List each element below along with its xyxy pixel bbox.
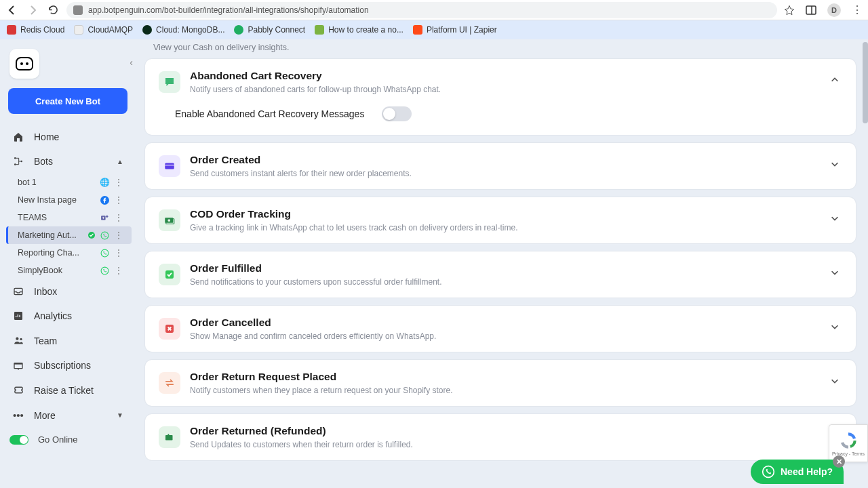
panel-icon[interactable]: [806, 5, 816, 16]
bookmark-item[interactable]: Pabbly Connect: [234, 25, 305, 35]
bookmark-item[interactable]: Platform UI | Zapier: [413, 25, 497, 35]
card-order-cancelled[interactable]: Order Cancelled Show Manage and confirm …: [145, 306, 856, 352]
svg-rect-19: [165, 165, 174, 166]
create-bot-button[interactable]: Create New Bot: [8, 88, 127, 114]
card-return-request[interactable]: Order Return Request Placed Notify custo…: [145, 360, 856, 406]
svg-point-2: [14, 157, 16, 159]
whatsapp-icon: [100, 248, 109, 258]
svg-point-11: [101, 267, 108, 274]
reload-button[interactable]: [46, 3, 60, 17]
enable-switch[interactable]: [382, 106, 412, 121]
kebab-menu-icon[interactable]: ⋮: [852, 5, 863, 16]
logo[interactable]: [9, 49, 39, 79]
card-order-created[interactable]: Order Created Send customers instant ale…: [145, 143, 856, 189]
svg-point-10: [101, 249, 108, 257]
team-icon: [12, 335, 24, 346]
verified-icon: [87, 230, 96, 240]
bot-item[interactable]: Reporting Cha... ⋮: [8, 244, 132, 262]
close-icon[interactable]: ✕: [833, 455, 845, 468]
chevron-down-icon[interactable]: [827, 154, 842, 174]
more-icon: •••: [12, 409, 24, 421]
card-order-fulfilled[interactable]: Order Fulfilled Send notifications to yo…: [145, 251, 856, 298]
teams-icon: [100, 213, 109, 222]
chevron-up-icon[interactable]: [827, 70, 842, 90]
check-icon: [159, 264, 180, 285]
svg-point-3: [14, 163, 16, 165]
return-icon: [159, 426, 180, 448]
cross-icon: [159, 318, 180, 340]
bookmark-star-icon[interactable]: [784, 5, 795, 16]
swap-icon: [159, 372, 180, 394]
chevron-down-icon: ▼: [117, 411, 123, 419]
help-button[interactable]: ✕ Need Help?: [751, 460, 844, 484]
online-switch[interactable]: [9, 435, 28, 445]
bot-menu-icon[interactable]: ⋮: [113, 177, 125, 188]
svg-point-26: [763, 466, 774, 478]
whatsapp-icon: [100, 230, 109, 240]
card-desc: Notify customers when they place a retur…: [190, 386, 818, 395]
bots-icon: [12, 156, 24, 167]
card-desc: Notify users of abandoned carts for foll…: [190, 85, 818, 94]
card-title: Order Cancelled: [190, 317, 818, 329]
bot-item[interactable]: New Insta page ⋮: [8, 191, 132, 209]
chevron-down-icon[interactable]: [827, 208, 842, 228]
chevron-down-icon[interactable]: [827, 317, 842, 337]
back-button[interactable]: [5, 3, 19, 17]
chevron-down-icon[interactable]: [827, 371, 842, 391]
ticket-icon: [12, 384, 24, 396]
globe-icon: 🌐: [100, 178, 109, 187]
chevron-up-icon: ▲: [117, 158, 123, 165]
nav-analytics[interactable]: Analytics: [0, 304, 136, 328]
bot-menu-icon[interactable]: ⋮: [113, 212, 125, 223]
credit-card-icon: [159, 155, 180, 177]
profile-avatar[interactable]: D: [827, 3, 841, 17]
svg-point-14: [16, 338, 18, 340]
nav-home[interactable]: Home: [0, 125, 136, 149]
scrollbar-thumb[interactable]: [863, 42, 868, 123]
browser-toolbar: app.botpenguin.com/bot-builder/integrati…: [0, 0, 868, 20]
card-title: Order Return Request Placed: [190, 371, 818, 383]
bot-item[interactable]: TEAMS ⋮: [8, 209, 132, 226]
analytics-icon: [12, 310, 24, 321]
svg-point-15: [20, 338, 22, 340]
bot-menu-icon[interactable]: ⋮: [113, 230, 125, 241]
bookmark-item[interactable]: How to create a no...: [315, 25, 403, 35]
forward-button[interactable]: [26, 3, 39, 17]
bot-item[interactable]: SimplyBook ⋮: [8, 262, 132, 279]
bookmark-item[interactable]: Cloud: MongoDB...: [142, 25, 224, 35]
address-bar[interactable]: app.botpenguin.com/bot-builder/integrati…: [66, 2, 777, 18]
card-cod-tracking[interactable]: COD Order Tracking Give a tracking link …: [145, 197, 856, 243]
svg-point-21: [167, 219, 170, 222]
svg-rect-0: [806, 6, 816, 14]
nav-ticket[interactable]: Raise a Ticket: [0, 378, 136, 403]
go-online-toggle[interactable]: Go Online: [0, 428, 136, 451]
card-title: COD Order Tracking: [190, 208, 818, 220]
inbox-icon: [12, 286, 24, 297]
nav-team[interactable]: Team: [0, 328, 136, 353]
site-settings-icon[interactable]: [73, 5, 83, 15]
bookmark-item[interactable]: Redis Cloud: [7, 25, 64, 35]
bookmark-item[interactable]: CloudAMQP: [74, 25, 133, 35]
bot-menu-icon[interactable]: ⋮: [113, 247, 125, 258]
cash-icon: [159, 209, 180, 231]
bot-menu-icon[interactable]: ⋮: [113, 265, 125, 276]
cod-insight-text: View your Cash on delivery insights.: [153, 43, 856, 52]
chevron-down-icon[interactable]: [827, 262, 842, 283]
nav-bots[interactable]: Bots ▲: [0, 149, 136, 174]
bot-item-active[interactable]: Marketing Aut... ⋮: [6, 226, 132, 244]
card-title: Order Created: [190, 154, 818, 166]
nav-inbox[interactable]: Inbox: [0, 279, 136, 304]
nav-more[interactable]: ••• More ▼: [0, 403, 136, 428]
collapse-sidebar-icon[interactable]: ‹: [130, 57, 133, 68]
bot-list: bot 1 🌐⋮ New Insta page ⋮ TEAMS ⋮ Market…: [8, 174, 136, 279]
nav-subscriptions[interactable]: Subscriptions: [0, 353, 136, 378]
subscriptions-icon: [12, 360, 24, 371]
bookmarks-bar: Redis Cloud CloudAMQP Cloud: MongoDB... …: [0, 20, 868, 39]
bot-item[interactable]: bot 1 🌐⋮: [8, 174, 132, 191]
card-desc: Show Manage and confirm canceled orders …: [190, 331, 818, 341]
card-title: Order Fulfilled: [190, 262, 818, 274]
bot-menu-icon[interactable]: ⋮: [113, 195, 125, 205]
card-order-returned[interactable]: Order Returned (Refunded) Send Updates t…: [145, 414, 856, 460]
svg-point-9: [101, 232, 108, 239]
card-desc: Send notifications to your customers upo…: [190, 277, 818, 287]
